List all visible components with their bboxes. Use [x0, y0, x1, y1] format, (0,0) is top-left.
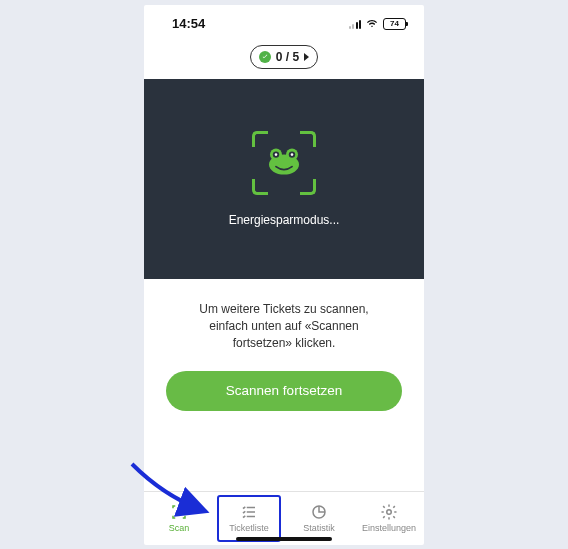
cellular-icon: [349, 19, 362, 29]
scan-counter-pill[interactable]: 0 / 5: [250, 45, 318, 69]
list-icon: [240, 503, 258, 521]
panel-status-text: Energiesparmodus...: [229, 213, 340, 227]
status-bar: 14:54 74: [144, 5, 424, 37]
resume-scan-button[interactable]: Scannen fortsetzen: [166, 371, 402, 411]
scan-icon: [170, 503, 188, 521]
scanner-panel: Energiesparmodus...: [144, 79, 424, 279]
wifi-icon: [365, 18, 379, 29]
phone-frame: 14:54 74 0 / 5: [144, 5, 424, 545]
play-icon: [304, 53, 309, 61]
instruction-text: Um weitere Tickets zu scannen, einfach u…: [144, 279, 424, 367]
scan-counter-value: 0 / 5: [276, 50, 299, 64]
status-right: 74: [349, 18, 407, 30]
tab-settings[interactable]: Einstellungen: [354, 492, 424, 545]
tab-label: Statistik: [303, 523, 335, 533]
svg-point-5: [275, 153, 278, 156]
status-time: 14:54: [172, 16, 205, 31]
stats-icon: [310, 503, 328, 521]
scan-frame: [252, 131, 316, 195]
tab-label: Ticketliste: [229, 523, 269, 533]
check-icon: [259, 51, 271, 63]
frog-icon: [266, 147, 302, 175]
home-indicator: [236, 537, 332, 541]
svg-point-6: [291, 153, 294, 156]
battery-icon: 74: [383, 18, 406, 30]
top-area: 0 / 5: [144, 37, 424, 79]
tab-label: Einstellungen: [362, 523, 416, 533]
tab-scan[interactable]: Scan: [144, 492, 214, 545]
gear-icon: [380, 503, 398, 521]
tab-label: Scan: [169, 523, 190, 533]
svg-point-8: [387, 510, 392, 515]
